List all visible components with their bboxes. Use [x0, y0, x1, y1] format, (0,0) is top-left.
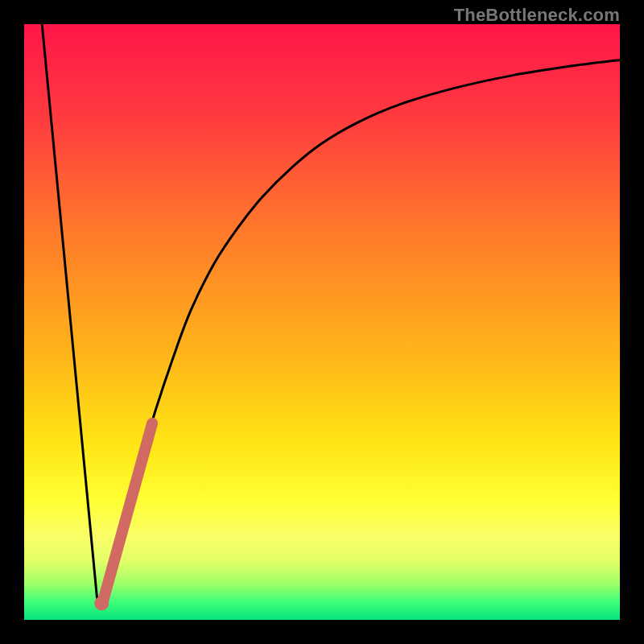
watermark-text: TheBottleneck.com: [454, 5, 620, 26]
highlight-segment: [103, 423, 152, 602]
plot-area: [24, 24, 620, 620]
curve-left-branch: [42, 24, 97, 602]
highlight-dot: [94, 596, 109, 610]
chart-frame: TheBottleneck.com: [0, 0, 644, 644]
curve-right-branch: [97, 60, 620, 601]
curve-layer: [24, 24, 620, 620]
